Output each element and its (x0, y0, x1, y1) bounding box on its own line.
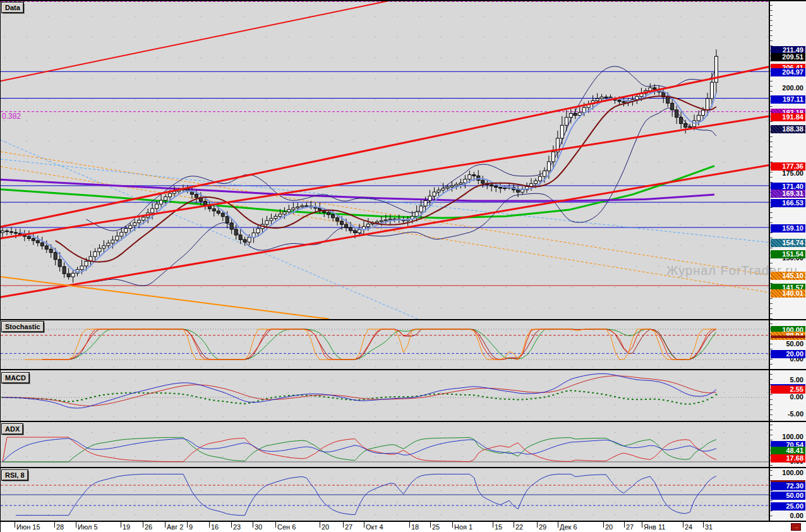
scale-value: 5.00 (771, 376, 805, 384)
scale-value: 50.00 (771, 340, 805, 348)
date-label: 16 (211, 523, 219, 531)
date-label: 26 (145, 523, 152, 531)
panel-separator (1, 0, 806, 1)
price-label: 20.00 (771, 350, 805, 358)
time-axis[interactable]: → Июн 1528Июл 51926Авг 29162330Сен 62027… (1, 522, 806, 532)
price-label: 166.53 (771, 199, 805, 207)
date-label: 29 (539, 523, 546, 531)
tab-rsi[interactable]: RSI, 8 (2, 470, 28, 480)
axis-tick (493, 522, 493, 528)
price-label: 25.00 (771, 502, 805, 511)
date-label: Дек 6 (560, 523, 577, 531)
date-label: 27 (626, 523, 634, 531)
rsi-chart (1, 468, 769, 521)
axis-tick (275, 522, 276, 528)
stochastic-chart (1, 320, 769, 369)
date-label: 23 (233, 523, 241, 531)
date-label: Сен 6 (277, 523, 296, 531)
price-label: 188.38 (771, 125, 805, 133)
main-chart-panel[interactable] (1, 1, 769, 319)
axis-tick (603, 522, 604, 528)
axis-tick (187, 522, 188, 528)
panel-separator (1, 369, 806, 370)
axis-tick (683, 522, 683, 528)
axis-tick (364, 522, 364, 528)
arrow-right-icon: → (793, 523, 799, 530)
tab-data[interactable]: Data (2, 3, 23, 13)
date-label: 22 (515, 523, 523, 531)
rsi-panel[interactable] (1, 468, 769, 521)
scale-value: -5.00 (771, 410, 805, 418)
date-label: Ноя 1 (454, 523, 472, 531)
stochastic-panel[interactable] (1, 320, 769, 369)
date-label: 25 (432, 523, 440, 531)
date-label: 28 (56, 523, 64, 531)
price-label: 17.68 (771, 454, 805, 462)
date-label: Авг 2 (167, 523, 183, 531)
macd-chart (1, 370, 769, 421)
date-label: Июн 15 (16, 523, 40, 531)
tab-macd[interactable]: MACD (2, 373, 29, 383)
tab-stochastic[interactable]: Stochastic (2, 322, 44, 332)
axis-tick (121, 522, 121, 528)
adx-panel[interactable] (1, 422, 769, 467)
date-label: Янв 11 (644, 523, 665, 531)
tab-adx[interactable]: ADX (2, 424, 23, 434)
date-label: 15 (495, 523, 502, 531)
axis-tick (15, 522, 15, 528)
adx-chart (1, 422, 769, 467)
date-label: 18 (411, 523, 419, 531)
scale-value: 0.00 (771, 393, 805, 401)
date-label: 9 (189, 523, 193, 531)
date-label: Июл 5 (78, 523, 98, 531)
axis-tick (54, 522, 55, 528)
price-label: 2.55 (771, 385, 805, 394)
price-label: 209.51 (771, 53, 805, 61)
axis-tick (537, 522, 538, 528)
date-label: Окт 4 (366, 523, 383, 531)
date-label: 20 (605, 523, 613, 531)
panel-separator (1, 421, 806, 422)
scale-value: 100.00 (771, 469, 805, 477)
date-label: 19 (123, 523, 130, 531)
axis-tick (231, 522, 232, 528)
fibonacci-level-label: 0.382 (2, 112, 21, 121)
axis-tick (409, 522, 410, 528)
price-label: 154.74 (771, 239, 805, 247)
scroll-right-button[interactable]: → (791, 523, 801, 531)
date-label: 31 (705, 523, 713, 531)
axis-tick (165, 522, 165, 528)
axis-tick (452, 522, 453, 528)
macd-panel[interactable] (1, 370, 769, 421)
price-label: 151.54 (771, 250, 805, 258)
axis-tick (514, 522, 514, 528)
axis-tick (320, 522, 320, 528)
axis-tick (558, 522, 558, 528)
axis-tick (253, 522, 253, 528)
price-label: 72.30 (771, 482, 805, 490)
axis-tick (642, 522, 642, 528)
price-label: 140.01 (771, 289, 805, 298)
axis-tick (143, 522, 143, 528)
price-label (771, 336, 805, 338)
axis-tick (624, 522, 625, 528)
price-label: 197.11 (771, 95, 805, 104)
axis-tick (430, 522, 431, 528)
price-label: 169.31 (771, 190, 805, 198)
price-label: 159.10 (771, 224, 805, 233)
scale-value: 200.00 (771, 84, 805, 92)
scale-value: 100.00 (771, 433, 805, 441)
axis-tick (703, 522, 704, 528)
price-label: 145.10 (771, 272, 805, 280)
axis-tick (209, 522, 210, 528)
axis-tick (76, 522, 76, 528)
date-label: 20 (322, 523, 329, 531)
date-label: 24 (685, 523, 692, 531)
price-label: 191.84 (771, 113, 805, 121)
panel-separator (1, 467, 806, 468)
axis-tick (343, 522, 344, 528)
price-label: 50.00 (771, 492, 805, 500)
scale-value: 0.00 (771, 512, 805, 520)
panel-separator (1, 319, 806, 320)
date-label: 27 (345, 523, 352, 531)
